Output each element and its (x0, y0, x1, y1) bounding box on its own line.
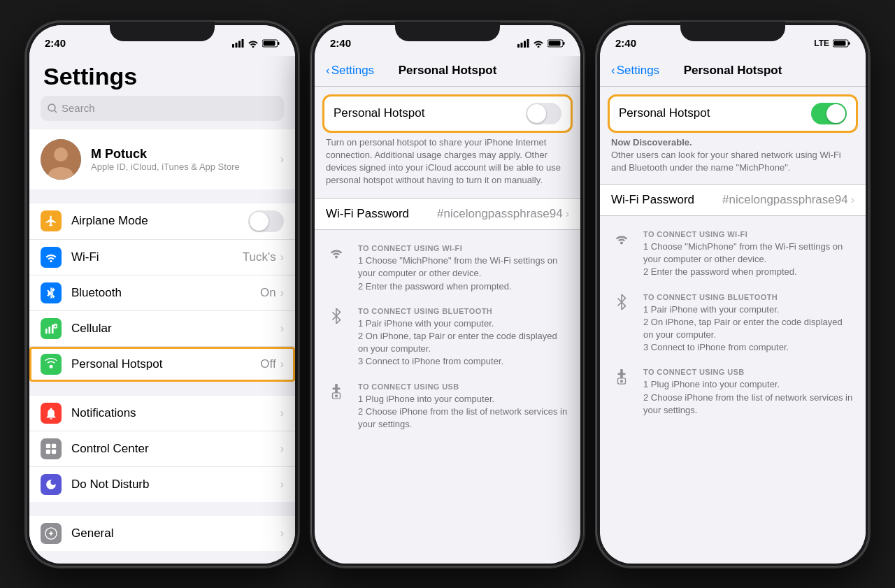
notifications-icon-bg (41, 403, 62, 424)
phone-1-inner: 2:40 Settings Search (29, 25, 295, 564)
battery-icon (262, 39, 280, 48)
search-bar[interactable]: Search (41, 96, 284, 121)
airplane-label: Airplane Mode (71, 214, 248, 228)
connect-wifi-heading-2: TO CONNECT USING WI-FI (358, 244, 569, 252)
phones-container: 2:40 Settings Search (26, 22, 869, 567)
search-placeholder: Search (62, 102, 95, 114)
connect-bt-step1-3: 1 Pair iPhone with your computer. (643, 303, 854, 316)
svg-rect-36 (834, 41, 846, 45)
cellular-row[interactable]: Cellular › (29, 311, 295, 347)
connect-usb-text-2: TO CONNECT USING USB 1 Plug iPhone into … (358, 382, 569, 431)
donotdisturb-chevron: › (280, 478, 284, 491)
back-label-3: Settings (617, 64, 659, 78)
general-icon-bg (41, 523, 62, 544)
discoverable-detail-3: Other users can look for your shared net… (611, 150, 841, 173)
svg-point-17 (50, 364, 53, 368)
phone-3-inner: 2:40 LTE ‹ Settings Personal Hotspot (600, 25, 866, 564)
bluetooth-value: On (260, 286, 276, 300)
bluetooth-chevron: › (280, 287, 284, 299)
notifications-chevron: › (280, 407, 284, 420)
svg-rect-35 (848, 42, 850, 45)
airplane-toggle[interactable] (248, 210, 284, 232)
connect-bt-3: TO CONNECT USING BLUETOOTH 1 Pair iPhone… (611, 293, 854, 354)
controlcenter-row[interactable]: Control Center › (29, 431, 295, 467)
svg-point-7 (48, 104, 55, 111)
controlcenter-icon (45, 443, 57, 455)
bluetooth-row[interactable]: Bluetooth On › (29, 275, 295, 311)
battery-icon-3 (833, 39, 850, 48)
wifi-pw-value-3: #nicelongpassphrase94 (722, 193, 848, 207)
status-time-3: 2:40 (615, 37, 636, 49)
svg-rect-29 (549, 41, 561, 45)
connect-bt-step2-3: 2 On iPhone, tap Pair or enter the code … (643, 316, 854, 341)
wifi-label: Wi-Fi (71, 250, 243, 264)
wifi-password-row-3[interactable]: Wi-Fi Password #nicelongpassphrase94 › (600, 184, 866, 216)
donotdisturb-label: Do Not Disturb (71, 478, 280, 492)
svg-rect-20 (46, 449, 50, 453)
svg-rect-2 (238, 41, 241, 48)
connect-usb-3: TO CONNECT USING USB 1 Plug iPhone into … (611, 368, 854, 417)
phone-2-inner: 2:40 ‹ Settings Personal Hotspot (315, 25, 580, 564)
connect-usb-heading-2: TO CONNECT USING USB (358, 382, 569, 391)
notch-2 (395, 22, 500, 41)
search-icon (48, 103, 57, 113)
settings-group-2: Notifications › Control Center › (29, 396, 295, 502)
hotspot-value: Off (260, 357, 275, 371)
hotspot-toggle-container-3: Personal Hotspot (609, 96, 857, 131)
connect-wifi-step2-3: 2 Enter the password when prompted. (643, 266, 854, 278)
profile-name: M Potuck (91, 147, 271, 162)
donotdisturb-icon (45, 478, 57, 491)
phone-3: 2:40 LTE ‹ Settings Personal Hotspot (596, 22, 869, 567)
airplane-mode-row[interactable]: Airplane Mode (29, 203, 295, 240)
hotspot-toggle-label-2: Personal Hotspot (334, 106, 526, 120)
connect-usb-step1-2: 1 Plug iPhone into your computer. (358, 393, 569, 406)
profile-cell[interactable]: M Potuck Apple ID, iCloud, iTunes & App … (29, 129, 295, 189)
connect-usb-icon-2 (326, 382, 347, 399)
settings-group-3: General › (29, 516, 295, 551)
svg-line-8 (55, 110, 57, 113)
phone-2: 2:40 ‹ Settings Personal Hotspot (311, 22, 584, 567)
general-row[interactable]: General › (29, 516, 295, 551)
discoverable-title-3: Now Discoverable. (611, 137, 692, 148)
wifi-password-row-2[interactable]: Wi-Fi Password #nicelongpassphrase94 › (315, 198, 580, 230)
controlcenter-icon-bg (41, 438, 62, 459)
wifi-row-icon (45, 252, 57, 262)
notch-3 (680, 22, 785, 41)
donotdisturb-row[interactable]: Do Not Disturb › (29, 467, 295, 502)
svg-rect-12 (45, 329, 48, 334)
general-icon (45, 527, 57, 540)
wifi-chevron: › (280, 251, 284, 264)
svg-rect-28 (563, 42, 565, 45)
connect-bt-step2-2: 2 On iPhone, tap Pair or enter the code … (358, 330, 569, 355)
connect-wifi-2: TO CONNECT USING WI-FI 1 Choose "MichPho… (326, 244, 569, 293)
hotspot-icon (44, 358, 58, 371)
hotspot-screen-3: Personal Hotspot Now Discoverable. Other… (600, 87, 866, 564)
hotspot-row[interactable]: Personal Hotspot Off › (29, 347, 295, 382)
hotspot-toggle-2[interactable] (526, 103, 561, 124)
status-icons-3: LTE (814, 38, 850, 48)
bluetooth-icon-bg (41, 282, 62, 303)
avatar-img (41, 139, 81, 180)
svg-rect-24 (521, 43, 523, 48)
svg-rect-6 (264, 41, 275, 45)
cellular-icon-bg (41, 318, 62, 339)
svg-rect-5 (278, 42, 280, 45)
notifications-row[interactable]: Notifications › (29, 396, 295, 431)
profile-subtitle: Apple ID, iCloud, iTunes & App Store (91, 162, 271, 172)
lte-label: LTE (814, 38, 829, 48)
profile-info: M Potuck Apple ID, iCloud, iTunes & App … (91, 147, 271, 172)
nav-bar-2: ‹ Settings Personal Hotspot (315, 56, 580, 87)
back-label-2: Settings (331, 64, 374, 78)
wifi-row[interactable]: Wi-Fi Tuck's › (29, 240, 295, 275)
hotspot-toggle-3[interactable] (811, 103, 847, 124)
settings-screen: Settings Search (29, 56, 295, 564)
connect-bt-heading-2: TO CONNECT USING BLUETOOTH (358, 307, 569, 315)
connect-wifi-step2-2: 2 Enter the password when prompted. (358, 280, 569, 293)
bluetooth-label: Bluetooth (71, 286, 260, 300)
notch-1 (110, 22, 215, 41)
connect-wifi-3: TO CONNECT USING WI-FI 1 Choose "MichPho… (611, 230, 854, 279)
svg-rect-23 (517, 44, 520, 48)
nav-back-3[interactable]: ‹ Settings (611, 64, 659, 78)
nav-back-2[interactable]: ‹ Settings (326, 64, 374, 78)
connect-bt-text-2: TO CONNECT USING BLUETOOTH 1 Pair iPhone… (358, 307, 569, 368)
